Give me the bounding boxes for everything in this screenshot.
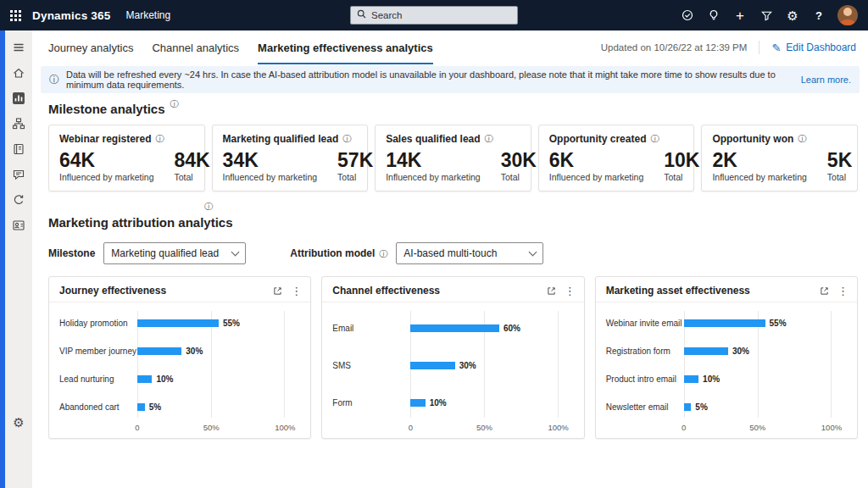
bar-track: 30%: [684, 347, 832, 356]
search-input[interactable]: [371, 10, 512, 20]
attribution-model-dropdown[interactable]: AI-based multi-touch: [396, 242, 543, 264]
chart-actions: ⋮: [546, 286, 576, 297]
body-row: ⚙ Journey analytics Channel analytics Ma…: [0, 30, 868, 488]
attribution-section-title: Marketing attribution analytics: [48, 215, 858, 230]
influenced-value: 64K: [59, 149, 153, 171]
influenced-label: Influenced by marketing: [59, 172, 153, 182]
chart-row: Abandoned cart5%: [49, 402, 285, 412]
attribution-model-label-text: Attribution model: [290, 247, 375, 259]
main-content: Journey analytics Channel analytics Mark…: [32, 30, 868, 488]
global-search[interactable]: [350, 6, 518, 25]
chart-title: Journey effectiveness: [59, 285, 166, 297]
chart-body: Holiday promotion55%VIP member journey30…: [49, 302, 310, 438]
bar-track: 5%: [684, 403, 832, 412]
bar[interactable]: [137, 403, 145, 411]
milestone-card-title: Opportunity created: [549, 133, 647, 145]
bar[interactable]: [684, 403, 692, 411]
bar[interactable]: [137, 347, 181, 355]
milestone-card-body: 6K Influenced by marketing 10K Total: [549, 149, 684, 182]
add-icon[interactable]: +: [732, 8, 748, 23]
learn-more-link[interactable]: Learn more.: [801, 75, 851, 85]
info-icon[interactable]: ⓘ: [170, 99, 179, 108]
lightbulb-icon[interactable]: [706, 8, 721, 23]
info-icon[interactable]: ⓘ: [485, 133, 493, 145]
x-tick-0: 0: [682, 423, 686, 432]
app-area-label[interactable]: Marketing: [125, 9, 170, 21]
milestone-card-header: Sales qualified lead ⓘ: [386, 133, 520, 145]
bar-value-label: 10%: [430, 398, 447, 408]
analytics-icon[interactable]: [7, 86, 31, 111]
milestone-dropdown[interactable]: Marketing qualified lead: [103, 242, 246, 264]
milestone-card-sales-qualified-lead: Sales qualified lead ⓘ 14K Influenced by…: [375, 125, 531, 191]
side-nav: ⚙: [5, 30, 32, 488]
app-name[interactable]: Dynamics 365: [32, 9, 110, 22]
category-label: Newsletter email: [596, 402, 684, 412]
total-label: Total: [174, 172, 209, 182]
bar-track: 55%: [137, 319, 285, 328]
bar[interactable]: [684, 319, 765, 327]
chart-row: SMS30%: [322, 361, 558, 370]
dashboard-tab-bar: Journey analytics Channel analytics Mark…: [32, 30, 868, 64]
category-label: Abandoned cart: [49, 402, 137, 412]
chart-x-axis: 0 50% 100%: [137, 423, 285, 433]
help-icon[interactable]: ?: [811, 8, 826, 23]
chart-body: Webinar invite email55%Registration form…: [596, 302, 857, 438]
user-avatar[interactable]: [837, 5, 858, 25]
x-tick-100: 100%: [275, 423, 295, 432]
category-label: Email: [322, 324, 410, 333]
chart-actions: ⋮: [272, 286, 302, 297]
sitemap-icon[interactable]: [7, 111, 31, 136]
popout-icon[interactable]: [546, 286, 557, 297]
category-label: Webinar invite email: [596, 319, 684, 328]
bar[interactable]: [684, 347, 728, 355]
bar-value-label: 10%: [703, 374, 720, 384]
bar[interactable]: [410, 399, 425, 407]
category-label: VIP member journey: [49, 347, 137, 356]
category-label: Form: [322, 398, 410, 408]
x-tick-50: 50%: [476, 423, 492, 432]
header-actions: + ⚙ ?: [680, 5, 868, 25]
more-options-icon[interactable]: ⋮: [291, 286, 302, 297]
total-stat: 57K Total: [337, 149, 373, 182]
edit-dashboard-button[interactable]: ✎ Edit Dashboard: [771, 42, 856, 53]
bar[interactable]: [137, 319, 219, 327]
info-icon[interactable]: ⓘ: [204, 202, 213, 211]
tab-journey-analytics[interactable]: Journey analytics: [48, 30, 133, 64]
info-icon[interactable]: ⓘ: [798, 133, 806, 145]
sync-icon[interactable]: [7, 187, 31, 213]
filter-icon[interactable]: [759, 8, 774, 23]
settings-gear-icon[interactable]: ⚙: [7, 410, 31, 435]
nav-toggle-icon[interactable]: [7, 35, 31, 60]
milestone-card-header: Marketing qualified lead ⓘ: [223, 133, 358, 145]
info-icon[interactable]: ⓘ: [155, 133, 164, 145]
chart-plot-area: Email60%SMS30%Form10%: [322, 309, 558, 421]
bar[interactable]: [137, 375, 152, 383]
total-value: 57K: [337, 149, 373, 171]
milestone-card-title: Opportunity won: [712, 133, 793, 145]
bar[interactable]: [410, 362, 454, 369]
info-icon[interactable]: ⓘ: [650, 133, 659, 145]
popout-icon[interactable]: [819, 286, 830, 297]
chart-header: Channel effectiveness ⋮: [322, 277, 583, 302]
bar-track: 5%: [137, 403, 285, 412]
bar[interactable]: [410, 324, 499, 332]
check-circle-icon[interactable]: [680, 8, 695, 23]
popout-icon[interactable]: [272, 286, 283, 297]
info-icon[interactable]: ⓘ: [379, 249, 387, 258]
tab-marketing-effectiveness-analytics[interactable]: Marketing effectiveness analytics: [258, 30, 433, 64]
tab-channel-analytics[interactable]: Channel analytics: [152, 30, 239, 64]
settings-icon[interactable]: ⚙: [785, 8, 800, 23]
search-icon: [356, 8, 367, 23]
journal-icon[interactable]: [7, 136, 31, 162]
home-icon[interactable]: [7, 60, 31, 86]
x-tick-50: 50%: [203, 423, 220, 432]
feedback-icon[interactable]: [7, 162, 31, 187]
chart-card-marketing-asset-effectiveness: Marketing asset effectiveness ⋮ Webinar …: [595, 276, 858, 439]
app-launcher-icon[interactable]: [0, 0, 31, 30]
more-options-icon[interactable]: ⋮: [565, 286, 576, 297]
bar[interactable]: [684, 375, 698, 383]
contact-card-icon[interactable]: [7, 213, 31, 238]
info-icon[interactable]: ⓘ: [342, 133, 351, 145]
more-options-icon[interactable]: ⋮: [837, 286, 849, 297]
chart-card-journey-effectiveness: Journey effectiveness ⋮ Holiday promotio…: [48, 276, 311, 439]
